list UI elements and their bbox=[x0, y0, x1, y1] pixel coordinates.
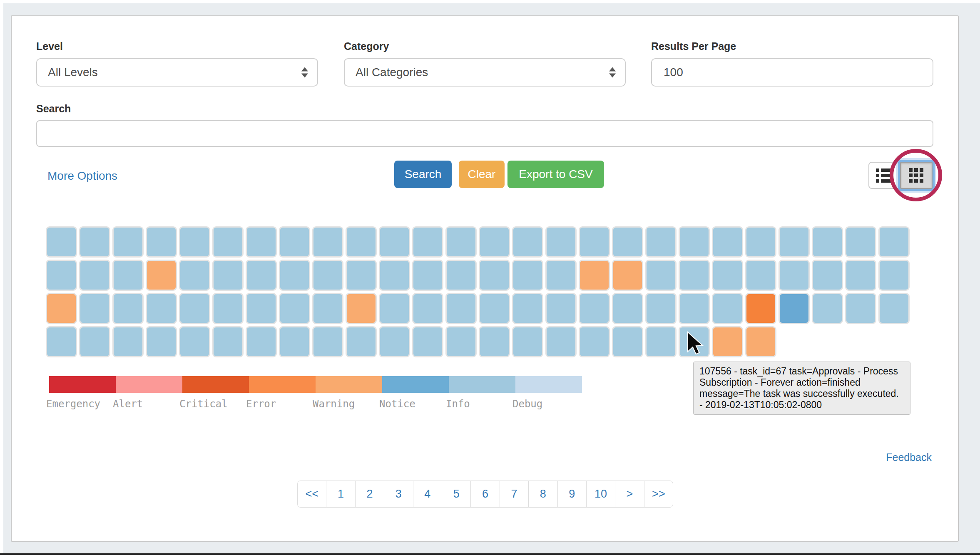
heatmap-cell-default[interactable] bbox=[46, 260, 77, 291]
heatmap-cell-default[interactable] bbox=[679, 293, 710, 324]
heatmap-cell-default[interactable] bbox=[346, 226, 377, 258]
heatmap-cell-default[interactable] bbox=[346, 326, 377, 357]
heatmap-cell-default[interactable] bbox=[379, 226, 410, 258]
clear-button[interactable]: Clear bbox=[459, 161, 505, 188]
heatmap-cell-default[interactable] bbox=[512, 293, 543, 324]
page-5-button[interactable]: 5 bbox=[442, 481, 470, 507]
heatmap-cell-default[interactable] bbox=[379, 326, 410, 357]
heatmap-cell-default[interactable] bbox=[212, 326, 244, 357]
level-select[interactable]: All Levels bbox=[36, 58, 318, 87]
heatmap-cell-notice[interactable] bbox=[779, 293, 810, 324]
heatmap-cell-default[interactable] bbox=[545, 326, 577, 357]
feedback-link[interactable]: Feedback bbox=[886, 451, 932, 463]
heatmap-cell-default[interactable] bbox=[479, 326, 510, 357]
heatmap-cell-default[interactable] bbox=[246, 326, 277, 357]
heatmap-cell-default[interactable] bbox=[246, 260, 277, 291]
heatmap-cell-warning[interactable] bbox=[712, 326, 743, 357]
heatmap-cell-default[interactable] bbox=[212, 293, 244, 324]
heatmap-cell-default[interactable] bbox=[146, 226, 177, 258]
heatmap-cell-default[interactable] bbox=[779, 260, 810, 291]
heatmap-cell-warning[interactable] bbox=[612, 260, 643, 291]
heatmap-cell-default[interactable] bbox=[445, 293, 477, 324]
page-1-button[interactable]: 1 bbox=[326, 481, 355, 507]
heatmap-cell-default[interactable] bbox=[612, 293, 643, 324]
heatmap-cell-default[interactable] bbox=[645, 260, 677, 291]
heatmap-cell-default[interactable] bbox=[112, 293, 144, 324]
heatmap-cell-default[interactable] bbox=[412, 260, 443, 291]
heatmap-cell-warning[interactable] bbox=[579, 260, 610, 291]
page-6-button[interactable]: 6 bbox=[470, 481, 499, 507]
page-10-button[interactable]: 10 bbox=[586, 481, 615, 507]
heatmap-cell-default[interactable] bbox=[579, 326, 610, 357]
grid-view-button[interactable] bbox=[900, 162, 933, 189]
heatmap-cell-default[interactable] bbox=[845, 226, 876, 258]
heatmap-cell-default[interactable] bbox=[146, 293, 177, 324]
heatmap-cell-default[interactable] bbox=[612, 326, 643, 357]
heatmap-cell-default[interactable] bbox=[79, 260, 110, 291]
heatmap-cell-default[interactable] bbox=[878, 226, 910, 258]
heatmap-cell-default[interactable] bbox=[179, 226, 210, 258]
heatmap-cell-default[interactable] bbox=[412, 226, 443, 258]
heatmap-cell-default[interactable] bbox=[845, 260, 876, 291]
page-last-button[interactable]: >> bbox=[644, 481, 673, 507]
heatmap-cell-default[interactable] bbox=[545, 226, 577, 258]
heatmap-cell-default[interactable] bbox=[845, 293, 876, 324]
heatmap-cell-default[interactable] bbox=[479, 293, 510, 324]
heatmap-cell-error[interactable] bbox=[745, 293, 776, 324]
heatmap-cell-default[interactable] bbox=[679, 260, 710, 291]
heatmap-cell-default[interactable] bbox=[346, 260, 377, 291]
heatmap-cell-default[interactable] bbox=[246, 293, 277, 324]
heatmap-cell-default[interactable] bbox=[512, 326, 543, 357]
heatmap-cell-default[interactable] bbox=[146, 326, 177, 357]
heatmap-cell-default[interactable] bbox=[445, 226, 477, 258]
heatmap-cell-default[interactable] bbox=[878, 293, 910, 324]
heatmap-cell-default[interactable] bbox=[479, 226, 510, 258]
search-input[interactable] bbox=[36, 120, 933, 147]
heatmap-cell-default[interactable] bbox=[679, 226, 710, 258]
heatmap-cell-default[interactable] bbox=[112, 326, 144, 357]
heatmap-cell-default[interactable] bbox=[712, 226, 743, 258]
page-first-button[interactable]: << bbox=[298, 481, 326, 507]
heatmap-cell-default[interactable] bbox=[579, 293, 610, 324]
list-view-button[interactable] bbox=[868, 162, 900, 189]
heatmap-cell-default[interactable] bbox=[878, 260, 910, 291]
heatmap-cell-default[interactable] bbox=[312, 326, 343, 357]
export-csv-button[interactable]: Export to CSV bbox=[507, 161, 604, 188]
heatmap-cell-default[interactable] bbox=[46, 226, 77, 258]
heatmap-cell-default[interactable] bbox=[679, 326, 710, 357]
heatmap-cell-default[interactable] bbox=[645, 226, 677, 258]
heatmap-cell-default[interactable] bbox=[279, 226, 310, 258]
heatmap-cell-default[interactable] bbox=[545, 293, 577, 324]
category-select[interactable]: All Categories bbox=[344, 58, 626, 87]
heatmap-cell-default[interactable] bbox=[812, 226, 843, 258]
heatmap-cell-default[interactable] bbox=[179, 260, 210, 291]
heatmap-cell-default[interactable] bbox=[112, 226, 144, 258]
page-7-button[interactable]: 7 bbox=[500, 481, 528, 507]
heatmap-cell-warning[interactable] bbox=[146, 260, 177, 291]
more-options-link[interactable]: More Options bbox=[47, 169, 117, 183]
heatmap-cell-default[interactable] bbox=[445, 326, 477, 357]
heatmap-cell-default[interactable] bbox=[545, 260, 577, 291]
heatmap-cell-default[interactable] bbox=[179, 326, 210, 357]
heatmap-cell-default[interactable] bbox=[579, 226, 610, 258]
heatmap-cell-default[interactable] bbox=[779, 226, 810, 258]
page-2-button[interactable]: 2 bbox=[355, 481, 384, 507]
heatmap-cell-default[interactable] bbox=[79, 326, 110, 357]
search-button[interactable]: Search bbox=[394, 161, 452, 188]
heatmap-cell-default[interactable] bbox=[812, 293, 843, 324]
page-3-button[interactable]: 3 bbox=[384, 481, 413, 507]
heatmap-cell-default[interactable] bbox=[312, 226, 343, 258]
heatmap-cell-default[interactable] bbox=[645, 293, 677, 324]
heatmap-cell-default[interactable] bbox=[312, 293, 343, 324]
heatmap-cell-default[interactable] bbox=[279, 293, 310, 324]
heatmap-cell-default[interactable] bbox=[79, 226, 110, 258]
heatmap-cell-default[interactable] bbox=[512, 226, 543, 258]
heatmap-cell-default[interactable] bbox=[379, 293, 410, 324]
heatmap-cell-warning[interactable] bbox=[346, 293, 377, 324]
heatmap-cell-default[interactable] bbox=[479, 260, 510, 291]
heatmap-cell-default[interactable] bbox=[46, 326, 77, 357]
page-9-button[interactable]: 9 bbox=[557, 481, 586, 507]
page-8-button[interactable]: 8 bbox=[528, 481, 557, 507]
heatmap-cell-default[interactable] bbox=[112, 260, 144, 291]
heatmap-cell-default[interactable] bbox=[812, 260, 843, 291]
